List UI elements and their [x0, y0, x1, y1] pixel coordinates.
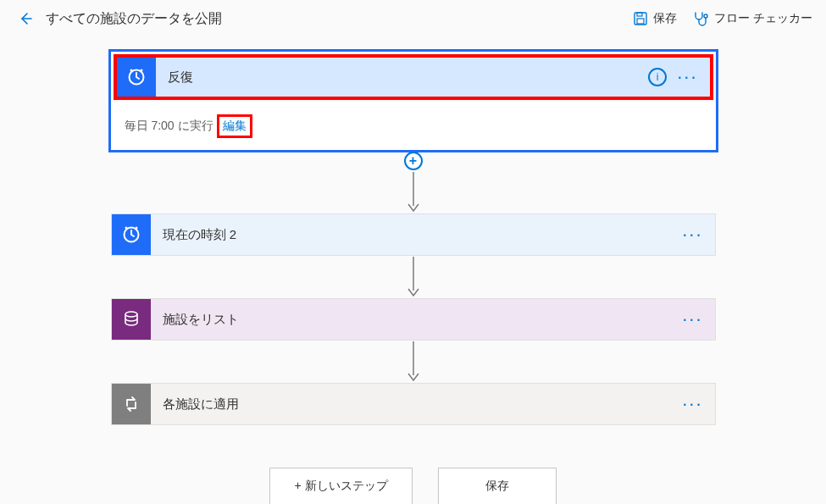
loop-icon — [122, 395, 141, 413]
save-flow-button[interactable]: 保存 — [438, 468, 557, 504]
save-icon — [633, 11, 648, 26]
step-list-facilities[interactable]: 施設をリスト ··· — [111, 298, 716, 341]
back-arrow-icon — [18, 11, 33, 26]
svg-point-9 — [135, 227, 137, 230]
step-menu-button[interactable]: ··· — [682, 400, 702, 408]
step-title: 現在の時刻 2 — [151, 227, 683, 243]
trigger-step: 反復 i ··· 毎日 7:00 に実行 編集 — [108, 49, 718, 152]
back-button[interactable] — [14, 7, 37, 30]
svg-point-6 — [140, 69, 142, 72]
step-current-time[interactable]: 現在の時刻 2 ··· — [111, 213, 716, 256]
trigger-header[interactable]: 反復 i ··· — [117, 58, 710, 97]
recurrence-icon-box — [117, 58, 156, 97]
svg-point-5 — [130, 69, 132, 72]
page-title: すべての施設のデータを公開 — [46, 10, 222, 28]
loop-icon-box — [112, 384, 151, 424]
info-icon: i — [657, 71, 659, 83]
info-button[interactable]: i — [648, 68, 667, 86]
connector-arrow — [405, 256, 422, 298]
step-menu-button[interactable]: ··· — [682, 315, 702, 324]
svg-rect-2 — [637, 19, 644, 24]
new-step-button[interactable]: + 新しいステップ — [269, 468, 412, 504]
add-step-button[interactable]: + — [404, 152, 423, 170]
arrow-down-icon — [405, 257, 422, 297]
svg-point-8 — [125, 227, 127, 230]
trigger-header-highlight: 反復 i ··· — [114, 54, 713, 100]
flow-checker-button[interactable]: フロー チェッカー — [692, 11, 812, 26]
stethoscope-icon — [692, 11, 709, 26]
connector-arrow — [405, 341, 422, 383]
step-title: 施設をリスト — [151, 312, 683, 328]
svg-point-10 — [125, 312, 137, 317]
clock-icon — [121, 224, 141, 245]
flow-checker-label: フロー チェッカー — [714, 11, 812, 26]
save-label: 保存 — [653, 11, 677, 26]
arrow-down-icon — [405, 172, 422, 213]
step-title: 各施設に適用 — [151, 396, 683, 413]
clock-icon-box — [112, 214, 151, 255]
edit-link[interactable]: 編集 — [223, 119, 247, 132]
arrow-down-icon — [405, 341, 422, 382]
database-icon-box — [112, 299, 151, 340]
database-icon — [122, 310, 141, 329]
save-button[interactable]: 保存 — [633, 11, 677, 26]
flow-canvas: 反復 i ··· 毎日 7:00 に実行 編集 + — [0, 37, 826, 504]
svg-point-3 — [704, 14, 707, 18]
footer-buttons: + 新しいステップ 保存 — [269, 468, 556, 504]
step-apply-each[interactable]: 各施設に適用 ··· — [111, 383, 716, 425]
header-bar: すべての施設のデータを公開 保存 フロー チェッカー — [0, 0, 826, 37]
edit-link-highlight: 編集 — [217, 114, 252, 138]
trigger-schedule-text: 毎日 7:00 に実行 — [125, 119, 213, 134]
trigger-body: 毎日 7:00 に実行 編集 — [111, 102, 716, 150]
trigger-title: 反復 — [156, 69, 649, 86]
connector-arrow — [405, 171, 422, 213]
clock-icon — [126, 67, 147, 87]
step-menu-button[interactable]: ··· — [682, 230, 702, 239]
insert-step-zone: + — [111, 152, 716, 171]
trigger-actions: i ··· — [648, 68, 709, 86]
trigger-menu-button[interactable]: ··· — [677, 73, 697, 81]
